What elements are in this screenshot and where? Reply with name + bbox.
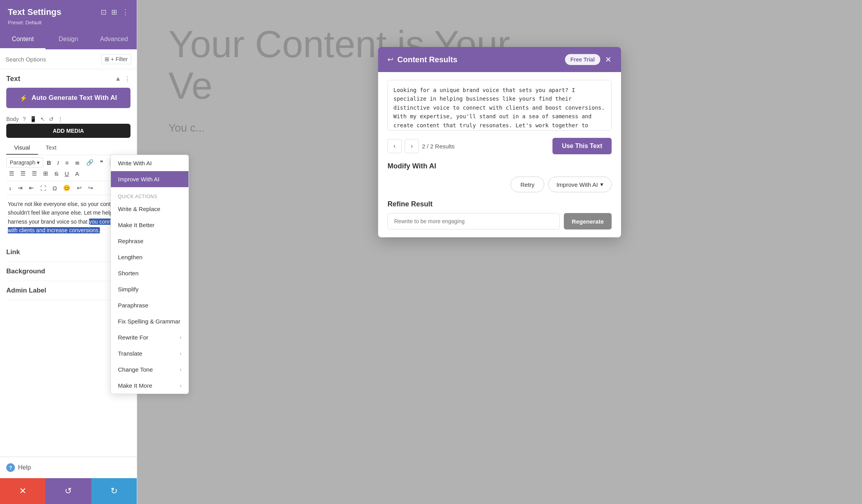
refine-input[interactable]: [388, 213, 560, 229]
unordered-list-button[interactable]: ≡: [62, 157, 71, 168]
editor-text: You're not like everyone else, so your c…: [8, 201, 123, 233]
fullscreen-editor-button[interactable]: ⛶: [38, 183, 49, 193]
section-more-icon[interactable]: ⋮: [124, 75, 130, 83]
outdent-button[interactable]: ⇤: [26, 183, 37, 193]
modify-actions: Retry Improve With AI ▾: [388, 177, 612, 192]
regenerate-button[interactable]: Regenerate: [564, 213, 612, 229]
sidebar-title: Text Settings: [8, 7, 62, 17]
refine-section: Refine Result Regenerate: [388, 200, 612, 229]
content-results-modal: ↩ Content Results Free Trial ✕ Looking f…: [378, 47, 621, 237]
menu-improve-with-ai[interactable]: Improve With AI: [111, 171, 188, 187]
pagination-controls: ‹ › 2 / 2 Results: [388, 139, 455, 153]
menu-shorten[interactable]: Shorten: [111, 265, 188, 281]
menu-translate[interactable]: Translate ›: [111, 345, 188, 361]
cursor-icon[interactable]: ↖: [40, 116, 45, 122]
italic-button[interactable]: I: [54, 157, 62, 168]
add-media-button[interactable]: ADD MEDIA: [6, 124, 130, 138]
result-textarea[interactable]: Looking for a unique brand voice that se…: [388, 80, 612, 131]
table-button[interactable]: ⊞: [40, 168, 51, 179]
highlighted-text: you connect with clients and increase co…: [8, 219, 119, 233]
menu-rephrase[interactable]: Rephrase: [111, 233, 188, 249]
modal-body: Looking for a unique brand voice that se…: [378, 72, 621, 237]
use-this-text-button[interactable]: Use This Text: [552, 138, 612, 154]
strikethrough-button[interactable]: S: [52, 168, 61, 179]
sidebar-footer: ✕ ↺ ↻: [0, 478, 137, 504]
menu-make-better[interactable]: Make It Better: [111, 217, 188, 233]
link-button[interactable]: 🔗: [83, 157, 96, 168]
menu-rewrite-for[interactable]: Rewrite For ›: [111, 329, 188, 345]
next-page-button[interactable]: ›: [405, 139, 419, 153]
search-row: ⊞ + Filter: [0, 49, 137, 69]
tab-visual[interactable]: Visual: [6, 141, 38, 155]
modal-back-icon[interactable]: ↩: [388, 55, 393, 64]
improve-with-ai-button[interactable]: Improve With AI ▾: [548, 177, 612, 192]
delete-button[interactable]: ✕: [0, 478, 45, 504]
collapse-icon[interactable]: ▲: [115, 75, 121, 83]
menu-write-replace[interactable]: Write & Replace: [111, 201, 188, 217]
menu-fix-spelling[interactable]: Fix Spelling & Grammar: [111, 313, 188, 329]
menu-change-tone[interactable]: Change Tone ›: [111, 361, 188, 378]
sidebar-tabs: Content Design Advanced: [0, 30, 137, 49]
menu-paraphrase[interactable]: Paraphrase: [111, 297, 188, 313]
filter-button[interactable]: ⊞ + Filter: [101, 54, 131, 64]
more-editor-icon[interactable]: ⋮: [58, 116, 63, 122]
align-center-button[interactable]: ☰: [6, 168, 17, 179]
page-info: 2 / 2 Results: [422, 143, 455, 150]
modal-close-button[interactable]: ✕: [605, 55, 612, 64]
retry-button[interactable]: Retry: [511, 177, 544, 192]
mobile-icon[interactable]: 📱: [30, 116, 36, 122]
align-justify-button[interactable]: ☰: [29, 168, 40, 179]
paragraph-select[interactable]: Paragraph ▾: [6, 157, 43, 168]
menu-make-more[interactable]: Make It More ›: [111, 378, 188, 394]
indent-button[interactable]: ⇥: [15, 183, 25, 193]
sidebar-header-icons: ⊡ ⊞ ⋮: [101, 8, 129, 16]
tab-text[interactable]: Text: [38, 141, 65, 155]
sidebar-header-title-row: Text Settings ⊡ ⊞ ⋮: [8, 7, 129, 17]
more-icon[interactable]: ⋮: [122, 8, 129, 16]
menu-write-with-ai[interactable]: Write With AI: [111, 155, 188, 171]
subscript-button[interactable]: ₁: [6, 183, 14, 193]
context-menu: Write With AI Improve With AI Quick Acti…: [110, 155, 189, 394]
fullscreen-icon[interactable]: ⊡: [101, 8, 107, 16]
help-row[interactable]: ? Help: [0, 457, 137, 478]
text-color-button[interactable]: A: [72, 168, 82, 179]
sidebar-preset[interactable]: Preset: Default: [8, 20, 129, 25]
menu-lengthen[interactable]: Lengthen: [111, 249, 188, 265]
undo-editor-icon[interactable]: ↺: [49, 116, 54, 122]
help-label: Help: [18, 464, 31, 471]
free-trial-badge: Free Trial: [565, 54, 600, 65]
blockquote-button[interactable]: ❝: [97, 157, 106, 168]
menu-quick-actions-label: Quick Actions: [111, 191, 188, 201]
modal-header-left: ↩ Content Results: [388, 55, 457, 64]
split-icon[interactable]: ⊞: [111, 8, 117, 16]
search-input[interactable]: [5, 56, 98, 63]
undo2-button[interactable]: ↩: [74, 183, 85, 193]
editor-toolbar-top: Body ? 📱 ↖ ↺ ⋮: [6, 114, 130, 124]
refine-title: Refine Result: [388, 200, 612, 208]
refine-row: Regenerate: [388, 213, 612, 229]
underline-button[interactable]: U: [62, 168, 72, 179]
ai-generate-button[interactable]: ⚡ Auto Generate Text With AI: [6, 88, 130, 108]
tab-advanced[interactable]: Advanced: [91, 30, 137, 49]
prev-page-button[interactable]: ‹: [388, 139, 402, 153]
menu-simplify[interactable]: Simplify: [111, 281, 188, 297]
modal-header: ↩ Content Results Free Trial ✕: [378, 47, 621, 72]
help-circle-icon[interactable]: ?: [23, 116, 26, 122]
emoji-button[interactable]: 😊: [60, 183, 73, 193]
special-char-button[interactable]: Ω: [50, 183, 60, 193]
redo2-button[interactable]: ↪: [85, 183, 96, 193]
undo-icon: ↺: [65, 486, 72, 496]
ordered-list-button[interactable]: ≣: [72, 157, 83, 168]
modal-header-right: Free Trial ✕: [565, 54, 612, 65]
redo-button[interactable]: ↻: [91, 478, 137, 504]
bold-button[interactable]: B: [44, 157, 54, 168]
pagination-row: ‹ › 2 / 2 Results Use This Text: [388, 138, 612, 154]
undo-button[interactable]: ↺: [45, 478, 91, 504]
section-icons: ▲ ⋮: [115, 75, 130, 83]
tab-design[interactable]: Design: [45, 30, 91, 49]
delete-icon: ✕: [19, 486, 26, 496]
chevron-right-icon-more: ›: [180, 383, 181, 388]
tab-content[interactable]: Content: [0, 30, 45, 49]
filter-icon: ⊞: [105, 56, 109, 62]
align-right-button[interactable]: ☰: [18, 168, 28, 179]
